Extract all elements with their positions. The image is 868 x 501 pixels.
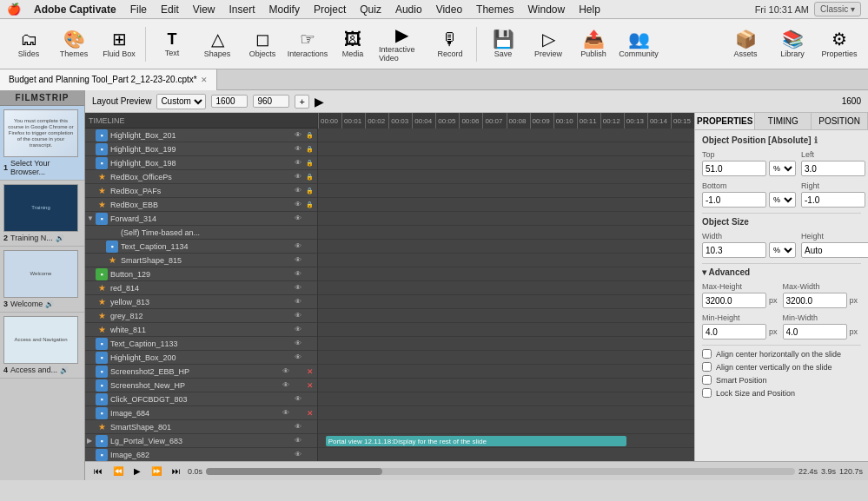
props-min-height-input[interactable]	[702, 324, 766, 339]
eye-toggle[interactable]: 👁	[280, 366, 291, 377]
delete-icon[interactable]: ✕	[304, 407, 315, 419]
skip-end-button[interactable]: ⏭	[169, 465, 184, 477]
eye-toggle[interactable]: 👁	[292, 143, 303, 155]
obj-row[interactable]: ★RedBox_OfficePs👁🔒	[85, 170, 317, 184]
obj-row[interactable]: ▪Text_Caption_1134👁	[85, 240, 317, 254]
tool-assets[interactable]: 📦 Assets	[724, 23, 767, 66]
film-slide-2[interactable]: Training 2 Training N... 🔊	[0, 181, 84, 247]
eye-toggle[interactable]: 👁	[292, 241, 303, 252]
obj-row[interactable]: ▪Highlight_Box_198👁🔒	[85, 156, 317, 170]
eye-toggle[interactable]: 👁	[292, 310, 303, 321]
eye-toggle[interactable]: 👁	[292, 213, 303, 224]
props-tab-timing[interactable]: TIMING	[755, 113, 812, 129]
delete-icon[interactable]: ✕	[304, 379, 315, 391]
props-checkbox-2[interactable]	[702, 375, 712, 385]
props-bottom-unit[interactable]: %	[769, 192, 796, 208]
menu-quiz[interactable]: Quiz	[354, 2, 388, 17]
tool-library[interactable]: 📚 Library	[771, 23, 814, 66]
film-slide-1[interactable]: You must complete this course in Google …	[0, 106, 84, 181]
film-slide-3[interactable]: Welcome 3 Welcome 🔊	[0, 247, 84, 313]
lock-toggle[interactable]: 🔒	[304, 129, 315, 141]
props-max-width-input[interactable]	[783, 293, 847, 308]
tool-text[interactable]: T Text	[150, 23, 194, 66]
lock-toggle[interactable]	[292, 366, 303, 377]
obj-row[interactable]: ▪Button_129👁	[85, 267, 317, 281]
menu-view[interactable]: View	[187, 2, 222, 17]
eye-toggle[interactable]: 👁	[292, 296, 303, 307]
obj-row[interactable]: ▪Highlight_Box_199👁🔒	[85, 142, 317, 156]
lock-toggle[interactable]: 🔒	[304, 143, 315, 155]
tool-preview[interactable]: ▷ Preview	[527, 23, 570, 66]
menu-themes[interactable]: Themes	[470, 2, 520, 17]
menu-help[interactable]: Help	[573, 2, 606, 17]
obj-row[interactable]: ★yellow_813👁	[85, 295, 317, 309]
lock-toggle[interactable]	[304, 352, 315, 363]
menu-project[interactable]: Project	[308, 2, 352, 17]
eye-toggle[interactable]: 👁	[292, 282, 303, 293]
tool-media[interactable]: 🖼 Media	[331, 23, 374, 66]
tool-properties[interactable]: ⚙ Properties	[818, 23, 861, 66]
eye-toggle[interactable]	[292, 227, 303, 238]
props-left-input[interactable]	[801, 161, 865, 176]
tool-interactions[interactable]: ☞ Interactions	[286, 23, 329, 66]
props-min-width-input[interactable]	[783, 324, 847, 339]
obj-row[interactable]: ▪Highlight_Box_201👁🔒	[85, 129, 317, 142]
props-height-input[interactable]	[801, 242, 868, 258]
lock-toggle[interactable]	[304, 282, 315, 293]
eye-toggle[interactable]: 👁	[292, 324, 303, 335]
tool-fluidbox[interactable]: ⊞ Fluid Box	[97, 23, 141, 66]
eye-toggle[interactable]: 👁	[292, 185, 303, 196]
obj-row[interactable]: ★grey_812👁	[85, 309, 317, 323]
lock-toggle[interactable]	[304, 310, 315, 321]
obj-row[interactable]: ★red_814👁	[85, 281, 317, 295]
lock-toggle[interactable]	[304, 421, 315, 432]
expand-icon[interactable]: ▼	[87, 214, 96, 222]
lock-toggle[interactable]: 🔒	[304, 171, 315, 182]
props-checkbox-1[interactable]	[702, 362, 712, 372]
lock-toggle[interactable]: 🔒	[304, 199, 315, 210]
lock-toggle[interactable]	[292, 407, 303, 419]
obj-row[interactable]: ▪Click_OFCBDGT_803👁	[85, 392, 317, 406]
props-advanced-toggle[interactable]: ▾ Advanced	[702, 267, 861, 277]
obj-row[interactable]: ▪Highlight_Box_200👁	[85, 351, 317, 365]
play-icon[interactable]: ▶	[315, 95, 324, 109]
skip-start-button[interactable]: ⏮	[90, 465, 106, 477]
layout-add-button[interactable]: +	[295, 95, 308, 109]
props-right-input[interactable]	[801, 192, 865, 208]
eye-toggle[interactable]: 👁	[292, 254, 303, 266]
tool-publish[interactable]: 📤 Publish	[572, 23, 615, 66]
step-forward-button[interactable]: ⏩	[148, 465, 165, 477]
eye-toggle[interactable]: 👁	[292, 435, 303, 446]
timeline-scroll-thumb[interactable]	[206, 468, 382, 475]
props-top-input[interactable]	[702, 161, 766, 176]
lock-toggle[interactable]	[304, 268, 315, 280]
tool-slides[interactable]: 🗂 Slides	[7, 23, 50, 66]
obj-row[interactable]: ▪Screenshot_New_HP👁✕	[85, 379, 317, 392]
obj-row[interactable]: ▪Image_682👁	[85, 448, 317, 461]
menu-insert[interactable]: Insert	[223, 2, 262, 17]
tool-themes[interactable]: 🎨 Themes	[52, 23, 96, 66]
tool-community[interactable]: 👥 Community	[617, 23, 660, 66]
eye-toggle[interactable]: 👁	[292, 268, 303, 280]
layout-height-input[interactable]	[253, 95, 289, 108]
eye-toggle[interactable]: 👁	[292, 421, 303, 432]
props-checkbox-3[interactable]	[702, 388, 712, 398]
lock-toggle[interactable]	[304, 227, 315, 238]
lock-toggle[interactable]	[304, 435, 315, 446]
tool-interactive-video[interactable]: ▶ Interactive Video	[376, 23, 427, 66]
menu-modify[interactable]: Modify	[263, 2, 306, 17]
eye-toggle[interactable]: 👁	[292, 352, 303, 363]
menu-captivate[interactable]: Adobe Captivate	[28, 2, 123, 17]
obj-row[interactable]: (Self) Time-based an...	[85, 226, 317, 240]
eye-toggle[interactable]: 👁	[280, 407, 291, 419]
timeline-scrollbar[interactable]	[206, 468, 795, 475]
menu-video[interactable]: Video	[430, 2, 468, 17]
lock-toggle[interactable]	[304, 296, 315, 307]
eye-toggle[interactable]: 👁	[292, 449, 303, 460]
props-checkbox-0[interactable]	[702, 349, 712, 359]
lock-toggle[interactable]	[304, 213, 315, 224]
eye-toggle[interactable]: 👁	[292, 157, 303, 168]
lock-toggle[interactable]: 🔒	[304, 157, 315, 168]
obj-row[interactable]: ★RedBox_PAFs👁🔒	[85, 184, 317, 198]
obj-row[interactable]: ▪Text_Caption_1133👁	[85, 337, 317, 351]
